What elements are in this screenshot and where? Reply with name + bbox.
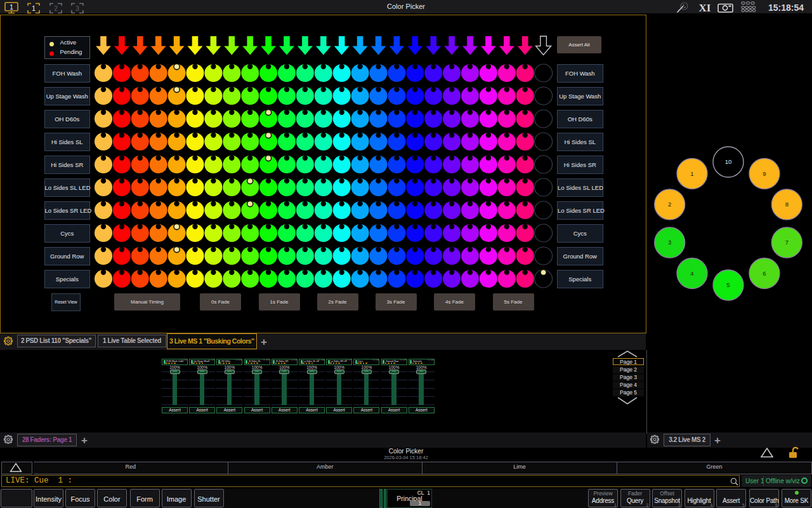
svg-text:9: 9 [763,170,766,177]
svg-text:2: 2 [668,201,671,208]
svg-text:1: 1 [690,170,693,177]
svg-text:10: 10 [725,158,732,165]
svg-text:7: 7 [785,239,789,246]
svg-text:8: 8 [785,201,789,208]
svg-text:4: 4 [690,270,693,277]
svg-text:6: 6 [763,270,766,277]
svg-text:5: 5 [726,281,730,288]
svg-text:XI: XI [699,2,711,13]
svg-text:3: 3 [668,239,671,246]
